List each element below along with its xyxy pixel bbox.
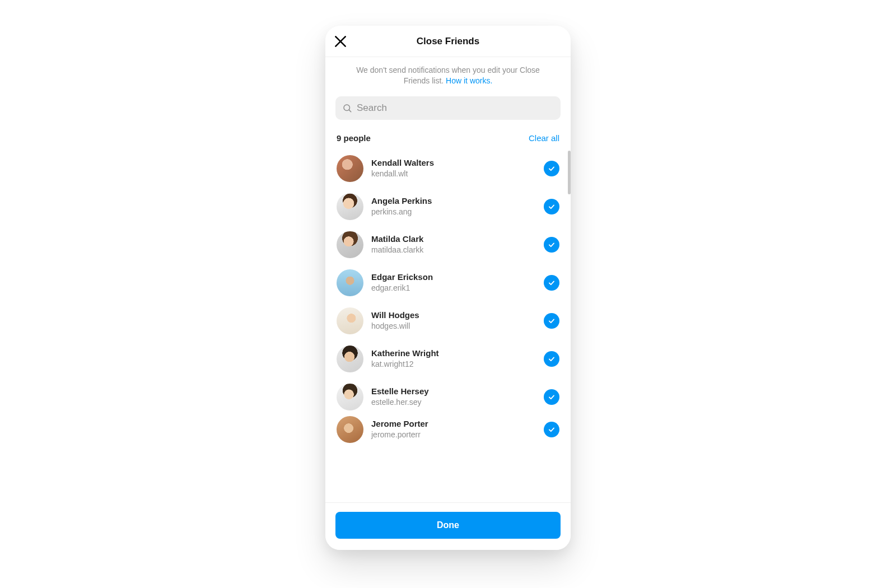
avatar <box>337 193 363 220</box>
selected-toggle[interactable] <box>544 389 559 405</box>
selected-toggle[interactable] <box>544 161 559 176</box>
name-block: Matilda Clark matildaa.clarkk <box>371 234 536 255</box>
person-username: estelle.her.sey <box>371 398 536 407</box>
close-friends-sheet: Close Friends We don't send notification… <box>325 26 571 550</box>
name-block: Kendall Walters kendall.wlt <box>371 158 536 179</box>
done-button[interactable]: Done <box>335 512 561 539</box>
person-username: matildaa.clarkk <box>371 245 536 255</box>
check-icon <box>548 279 556 287</box>
selected-toggle[interactable] <box>544 351 559 367</box>
search-field[interactable] <box>335 96 561 120</box>
check-icon <box>548 355 556 363</box>
list-item[interactable]: Matilda Clark matildaa.clarkk <box>325 226 571 264</box>
check-icon <box>548 203 556 211</box>
check-icon <box>548 426 556 433</box>
list-item[interactable]: Will Hodges hodges.will <box>325 302 571 340</box>
name-block: Angela Perkins perkins.ang <box>371 196 536 217</box>
person-name: Edgar Erickson <box>371 272 536 282</box>
person-username: perkins.ang <box>371 207 536 217</box>
how-it-works-link[interactable]: How it works. <box>446 76 492 85</box>
selected-toggle[interactable] <box>544 275 559 291</box>
name-block: Estelle Hersey estelle.her.sey <box>371 386 536 407</box>
scrollbar-thumb[interactable] <box>568 151 571 194</box>
check-icon <box>548 165 556 172</box>
person-name: Matilda Clark <box>371 234 536 244</box>
name-block: Jerome Porter jerome.porterr <box>371 419 536 440</box>
selected-toggle[interactable] <box>544 422 559 437</box>
search-input[interactable] <box>352 102 554 114</box>
search-icon <box>342 103 352 113</box>
list-item[interactable]: Edgar Erickson edgar.erik1 <box>325 264 571 302</box>
list-item[interactable]: Kendall Walters kendall.wlt <box>325 150 571 188</box>
name-block: Will Hodges hodges.will <box>371 310 536 331</box>
avatar <box>337 269 363 296</box>
sheet-header: Close Friends <box>325 26 571 57</box>
check-icon <box>548 241 556 249</box>
people-list-inner: Kendall Walters kendall.wlt Angela Perki… <box>325 147 571 449</box>
people-count: 9 people <box>337 133 371 143</box>
person-username: jerome.porterr <box>371 430 536 440</box>
sheet-title: Close Friends <box>417 36 479 47</box>
list-item[interactable]: Estelle Hersey estelle.her.sey <box>325 378 571 414</box>
person-name: Angela Perkins <box>371 196 536 206</box>
close-button[interactable] <box>333 34 348 49</box>
avatar <box>337 307 363 334</box>
avatar <box>337 384 363 410</box>
info-text: We don't send notifications when you edi… <box>325 57 571 91</box>
person-name: Kendall Walters <box>371 158 536 168</box>
person-name: Jerome Porter <box>371 419 536 429</box>
avatar <box>337 416 363 443</box>
close-icon <box>333 34 348 49</box>
people-list[interactable]: Kendall Walters kendall.wlt Angela Perki… <box>325 147 571 502</box>
svg-line-3 <box>349 110 351 111</box>
avatar <box>337 346 363 372</box>
name-block: Katherine Wright kat.wright12 <box>371 348 536 369</box>
sheet-footer: Done <box>325 502 571 550</box>
check-icon <box>548 317 556 325</box>
selected-toggle[interactable] <box>544 199 559 214</box>
count-row: 9 people Clear all <box>325 123 571 147</box>
list-item[interactable]: Jerome Porter jerome.porterr <box>325 414 571 449</box>
person-username: hodges.will <box>371 321 536 331</box>
clear-all-button[interactable]: Clear all <box>529 133 559 143</box>
person-name: Estelle Hersey <box>371 386 536 396</box>
selected-toggle[interactable] <box>544 237 559 253</box>
list-item[interactable]: Katherine Wright kat.wright12 <box>325 340 571 378</box>
person-username: kendall.wlt <box>371 169 536 179</box>
check-icon <box>548 393 556 401</box>
name-block: Edgar Erickson edgar.erik1 <box>371 272 536 293</box>
person-username: kat.wright12 <box>371 360 536 369</box>
person-name: Will Hodges <box>371 310 536 320</box>
person-name: Katherine Wright <box>371 348 536 358</box>
list-item[interactable]: Angela Perkins perkins.ang <box>325 188 571 226</box>
avatar <box>337 231 363 258</box>
avatar <box>337 155 363 182</box>
selected-toggle[interactable] <box>544 313 559 329</box>
person-username: edgar.erik1 <box>371 283 536 293</box>
